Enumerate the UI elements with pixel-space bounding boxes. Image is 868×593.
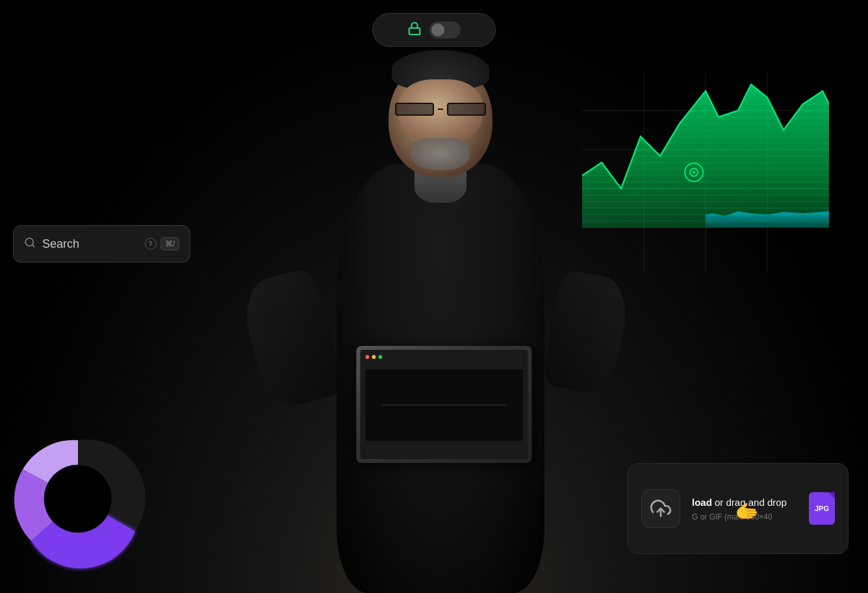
upload-icon [650,498,671,519]
upload-icon-box [641,489,680,528]
person-laptop [356,346,531,463]
person-figure [278,27,603,593]
svg-point-31 [693,171,695,174]
donut-chart [6,424,149,573]
laptop-screen [360,350,528,459]
svg-line-2 [32,244,34,246]
area-chart-container [582,72,829,273]
cursor-icon: 🫱 [735,500,759,523]
help-icon: ? [145,238,157,250]
lock-toggle[interactable] [372,13,496,47]
toggle-track[interactable] [429,21,461,38]
lock-icon [407,21,422,39]
person-head [389,60,492,177]
donut-hole [44,465,112,533]
area-chart [582,72,829,273]
toggle-thumb [431,23,444,36]
keyboard-shortcut: ⌘/ [160,237,179,250]
search-bar[interactable]: Search ? ⌘/ [13,225,190,263]
search-icon [24,237,36,251]
svg-rect-0 [409,28,420,34]
file-type-badge: JPG [809,492,835,525]
search-placeholder: Search [42,237,138,251]
donut-chart-container [6,424,149,573]
search-help: ? ⌘/ [145,237,179,250]
